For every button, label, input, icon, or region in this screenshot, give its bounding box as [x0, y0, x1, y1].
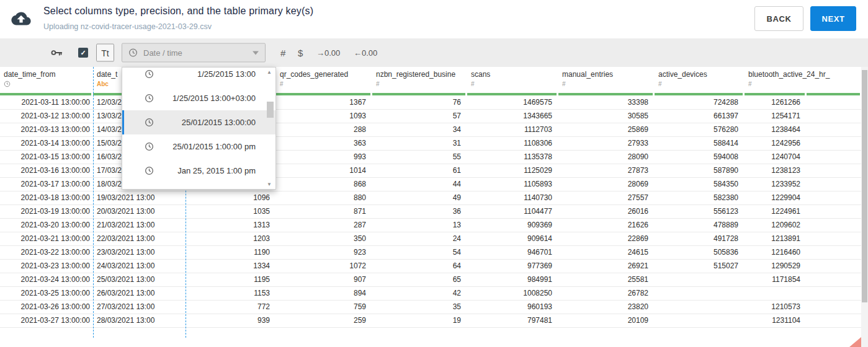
column-name: date_time_from [4, 70, 93, 79]
cell: 1213891 [745, 232, 807, 245]
cell: 30585 [558, 110, 655, 123]
cell: 19/03/2021 13:00 [93, 191, 186, 204]
number-type-indicator: # [748, 81, 807, 87]
cell: 2021-03-21 13:00:00 [0, 232, 93, 245]
cell: 478889 [655, 219, 745, 232]
column-header-date_time_from[interactable]: date_time_from [0, 67, 93, 93]
cell: 363 [276, 137, 372, 150]
cell: 1008250 [467, 287, 558, 300]
cell: 1014 [276, 164, 372, 177]
quality-bar-segment [467, 93, 557, 95]
cell: 64 [372, 260, 467, 273]
column-name: nzbn_registered_busine [376, 70, 467, 79]
cell: 868 [276, 178, 372, 191]
column-header-scans[interactable]: scans# [467, 67, 558, 93]
cell: 1240704 [745, 151, 807, 164]
date-format-option[interactable]: 1/25/2015 13:00+03:00 [122, 86, 275, 110]
cell: 2021-03-25 13:00:00 [0, 287, 93, 300]
cell: 2021-03-15 13:00:00 [0, 151, 93, 164]
cell: 505836 [655, 246, 745, 259]
cell: 1112703 [467, 123, 558, 136]
decrease-precision-button[interactable]: ←0.00 [354, 48, 377, 58]
increase-precision-button[interactable]: →0.00 [316, 48, 340, 58]
date-format-option[interactable]: 25/01/2015 13:00:00 [122, 110, 275, 134]
cell: 26/03/2021 13:00 [93, 287, 186, 300]
cell: 27933 [558, 137, 655, 150]
cell: 1254171 [745, 110, 807, 123]
dropdown-scrollbar-thumb[interactable] [267, 102, 274, 118]
column-header-nzbn_registered_busine[interactable]: nzbn_registered_busine# [372, 67, 467, 93]
cell: 22/03/2021 13:00 [93, 232, 186, 245]
cell [655, 314, 745, 327]
column-header-qr_codes_generated[interactable]: qr_codes_generated# [276, 67, 372, 93]
vertical-scrollbar[interactable] [861, 67, 868, 347]
cell: 31 [372, 137, 467, 150]
cell: 772 [186, 301, 276, 314]
cell: 2021-03-27 13:00:00 [0, 314, 93, 327]
cell: 1108306 [467, 137, 558, 150]
cell: 26782 [558, 287, 655, 300]
cell: 57 [372, 110, 467, 123]
cell: 25869 [558, 123, 655, 136]
cell: 1290529 [745, 260, 807, 273]
column-name: manual_entries [562, 70, 655, 79]
clock-icon [145, 166, 154, 175]
column-header-manual_entries[interactable]: manual_entries# [558, 67, 655, 93]
number-type-button[interactable]: # [280, 48, 285, 58]
cell [655, 287, 745, 300]
table-row: 2021-03-25 13:00:0026/03/2021 13:0011538… [0, 287, 868, 301]
date-format-option[interactable]: 1/25/2015 13:00 [122, 67, 275, 86]
column-type-select[interactable]: Date / time [122, 43, 266, 63]
cell: 28090 [558, 151, 655, 164]
cell: 576280 [655, 123, 745, 136]
number-type-indicator: # [658, 81, 745, 87]
cell: 27873 [558, 164, 655, 177]
number-type-indicator: # [471, 81, 558, 87]
cell: 76 [372, 96, 467, 109]
cell: 1171854 [745, 273, 807, 286]
cell: 1105893 [467, 178, 558, 191]
date-format-option[interactable]: 25/01/2015 1:00:00 pm [122, 134, 275, 159]
cell: 1343665 [467, 110, 558, 123]
cell: 1072 [276, 260, 372, 273]
checkmark-icon: ✓ [80, 49, 86, 57]
scroll-up-icon[interactable]: ▲ [267, 69, 272, 75]
column-header-active_devices[interactable]: active_devices# [655, 67, 745, 93]
cell: 35 [372, 301, 467, 314]
number-type-indicator: # [562, 81, 655, 87]
cell: 556123 [655, 205, 745, 218]
cell: 26921 [558, 260, 655, 273]
cell: 350 [276, 232, 372, 245]
include-column-checkbox[interactable]: ✓ [78, 48, 88, 58]
date-format-option[interactable]: Jan 25, 2015 1:00 pm [122, 159, 275, 183]
scroll-down-icon[interactable]: ▼ [267, 182, 272, 187]
cell: 491728 [655, 232, 745, 245]
cell: 1104477 [467, 205, 558, 218]
cell: 34 [372, 123, 467, 136]
column-header-bluetooth_active_24_hr_[interactable]: bluetooth_active_24_hr_# [745, 67, 807, 93]
cell: 20/03/2021 13:00 [93, 205, 186, 218]
text-type-button[interactable]: Tt [96, 44, 114, 62]
scrollbar-thumb[interactable] [862, 70, 867, 302]
clock-icon [128, 48, 138, 58]
back-button[interactable]: BACK [754, 6, 803, 31]
table-row: 2021-03-20 13:00:0021/03/2021 13:0013132… [0, 219, 868, 232]
cell [655, 301, 745, 314]
cell: 1216460 [745, 246, 807, 259]
cell: 42 [372, 287, 467, 300]
cell: 907 [276, 273, 372, 286]
cell: 2021-03-11 13:00:00 [0, 96, 93, 109]
option-label: 1/25/2015 13:00 [160, 69, 275, 79]
chevron-down-icon [253, 51, 259, 55]
table-row: 2021-03-18 13:00:0019/03/2021 13:0010968… [0, 191, 868, 205]
cell: 584350 [655, 178, 745, 191]
quality-bar-segment [807, 93, 860, 95]
next-button[interactable]: NEXT [810, 6, 856, 31]
option-label: Jan 25, 2015 1:00 pm [160, 166, 275, 175]
cell: 1093 [276, 110, 372, 123]
cell [655, 273, 745, 286]
primary-key-icon[interactable] [50, 46, 63, 59]
currency-type-button[interactable]: $ [298, 48, 303, 58]
cell: 36 [372, 205, 467, 218]
clock-type-icon [4, 81, 93, 89]
